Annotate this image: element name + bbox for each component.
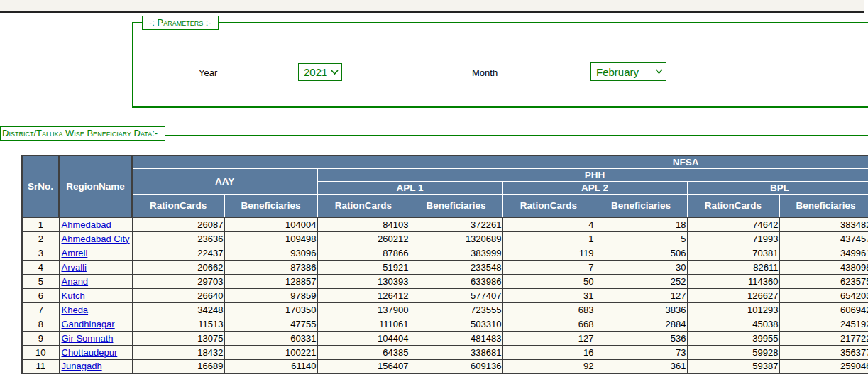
col-header-nfsa: NFSA — [132, 155, 868, 168]
district-data-legend: District/Taluka Wise Beneficiary Data:- — [0, 126, 165, 141]
year-select[interactable]: 2021 — [298, 63, 342, 81]
region-link[interactable]: Chottaudepur — [62, 347, 118, 358]
value-cell: 34248 — [132, 302, 224, 317]
value-cell: 252 — [595, 274, 687, 288]
year-select-wrap: 2021 — [298, 63, 342, 81]
value-cell: 130393 — [317, 274, 410, 288]
value-cell: 506 — [595, 246, 687, 260]
month-select[interactable]: February — [590, 62, 666, 81]
value-cell: 71993 — [687, 231, 779, 246]
srno-cell: 4 — [22, 260, 59, 274]
value-cell: 2884 — [595, 317, 687, 331]
srno-cell: 7 — [22, 302, 59, 317]
col-header-beneficiaries: Beneficiaries — [224, 194, 317, 217]
region-cell: Amreli — [59, 246, 132, 260]
region-link[interactable]: Kheda — [62, 305, 89, 315]
table-row: 7Kheda3424817035013790072355568338361012… — [22, 302, 868, 317]
value-cell: 23636 — [132, 231, 224, 246]
value-cell: 683 — [502, 302, 595, 317]
col-header-apl2: APL 2 — [502, 181, 687, 194]
value-cell: 26640 — [132, 288, 224, 302]
value-cell: 137900 — [317, 302, 410, 317]
value-cell: 16689 — [132, 359, 224, 373]
col-header-beneficiaries: Beneficiaries — [779, 194, 868, 217]
value-cell: 22437 — [132, 246, 224, 260]
value-cell: 73 — [595, 345, 687, 359]
table-row: 3Amreli224379309687866383999119506703813… — [22, 246, 868, 260]
value-cell: 349961 — [779, 246, 868, 260]
col-header-srno: SrNo. — [22, 155, 59, 217]
value-cell: 104004 — [224, 217, 317, 231]
region-link[interactable]: Kutch — [62, 290, 85, 301]
value-cell: 70381 — [687, 246, 779, 260]
value-cell: 1320689 — [410, 231, 502, 246]
value-cell: 82611 — [687, 260, 779, 274]
region-link[interactable]: Junagadh — [62, 361, 102, 371]
value-cell: 633986 — [410, 274, 502, 288]
col-header-rationcards: RationCards — [132, 194, 224, 217]
value-cell: 126412 — [317, 288, 410, 302]
region-link[interactable]: Amreli — [62, 248, 88, 258]
col-header-bpl: BPL — [687, 181, 868, 194]
value-cell: 127 — [595, 288, 687, 302]
value-cell: 109498 — [224, 231, 317, 246]
region-cell: Kheda — [59, 302, 132, 317]
value-cell: 50 — [502, 274, 595, 288]
value-cell: 217722 — [779, 331, 868, 345]
value-cell: 87866 — [317, 246, 410, 260]
srno-cell: 11 — [22, 359, 59, 373]
value-cell: 481483 — [410, 331, 502, 345]
region-link[interactable]: Arvalli — [62, 262, 87, 273]
region-cell: Ahmedabad City — [59, 231, 132, 246]
region-link[interactable]: Anand — [62, 276, 89, 287]
value-cell: 92 — [502, 359, 595, 373]
value-cell: 536 — [595, 331, 687, 345]
value-cell: 654203 — [779, 288, 868, 302]
month-select-wrap: February — [590, 62, 666, 81]
srno-cell: 8 — [22, 317, 59, 331]
region-link[interactable]: Gandhinagar — [62, 319, 115, 329]
value-cell: 170350 — [224, 302, 317, 317]
value-cell: 606942 — [779, 302, 868, 317]
value-cell: 383482 — [779, 217, 868, 231]
region-link[interactable]: Ahmedabad City — [62, 234, 130, 244]
value-cell: 126627 — [687, 288, 779, 302]
value-cell: 74642 — [687, 217, 779, 231]
value-cell: 437457 — [779, 231, 868, 246]
value-cell: 4 — [502, 217, 595, 231]
value-cell: 16 — [502, 345, 595, 359]
value-cell: 156407 — [317, 359, 410, 373]
year-label: Year — [199, 67, 217, 78]
value-cell: 114360 — [687, 274, 779, 288]
table-row: 9Gir Somnath1307560331104404481483127536… — [22, 331, 868, 345]
value-cell: 3836 — [595, 302, 687, 317]
region-link[interactable]: Gir Somnath — [62, 333, 114, 344]
value-cell: 104404 — [317, 331, 410, 345]
value-cell: 577407 — [410, 288, 502, 302]
value-cell: 64385 — [317, 345, 410, 359]
value-cell: 623575 — [779, 274, 868, 288]
value-cell: 47755 — [224, 317, 317, 331]
value-cell: 11513 — [132, 317, 224, 331]
srno-cell: 2 — [22, 231, 59, 246]
value-cell: 31 — [502, 288, 595, 302]
value-cell: 723555 — [410, 302, 502, 317]
col-header-beneficiaries: Beneficiaries — [410, 194, 502, 217]
srno-cell: 1 — [22, 217, 59, 231]
table-row: 1Ahmedabad260871040048410337226141874642… — [22, 217, 868, 231]
region-cell: Arvalli — [59, 260, 132, 274]
value-cell: 20662 — [132, 260, 224, 274]
value-cell: 59928 — [687, 345, 779, 359]
value-cell: 18 — [595, 217, 687, 231]
parameters-legend: -: Parameters :- — [142, 16, 219, 30]
value-cell: 119 — [502, 246, 595, 260]
region-cell: Chottaudepur — [59, 345, 132, 359]
col-header-regionname: RegionName — [59, 155, 132, 217]
value-cell: 260212 — [317, 231, 410, 246]
region-link[interactable]: Ahmedabad — [62, 219, 111, 230]
region-cell: Ahmedabad — [59, 217, 132, 231]
table-row: 8Gandhinagar1151347755111061503310668288… — [22, 317, 868, 331]
value-cell: 26087 — [132, 217, 224, 231]
value-cell: 438098 — [779, 260, 868, 274]
value-cell: 39955 — [687, 331, 779, 345]
